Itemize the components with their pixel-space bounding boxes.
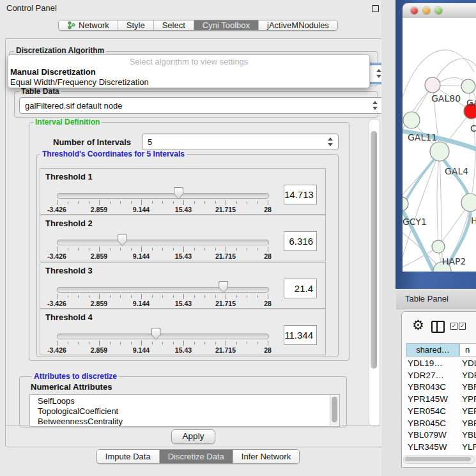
network-node-gal11[interactable] xyxy=(403,112,420,128)
table-data-combobox[interactable]: galFiltered.sif default node xyxy=(19,97,383,114)
tab-cyni-toolbox[interactable]: Cyni Toolbox xyxy=(194,20,259,30)
table-row[interactable]: YBL079WYBL0 xyxy=(402,429,476,441)
tick xyxy=(78,295,79,298)
tick xyxy=(89,295,89,298)
close-traffic-light-icon[interactable] xyxy=(411,7,418,14)
table-row[interactable]: YBR045CYBR0 xyxy=(402,418,476,430)
zoom-traffic-light-icon[interactable] xyxy=(435,7,442,14)
slider-ticks xyxy=(57,341,268,346)
table-row[interactable]: YDL19…YDL1 xyxy=(402,358,476,370)
table-row[interactable]: YER054CYER0 xyxy=(402,406,476,418)
network-node-h[interactable] xyxy=(461,194,476,211)
tick xyxy=(120,201,121,204)
tick-label: -3.426 xyxy=(47,300,66,307)
tick xyxy=(131,248,132,250)
network-node-hap2[interactable] xyxy=(432,240,445,253)
tick xyxy=(215,201,216,204)
threshold-value-field[interactable]: 14.713 xyxy=(284,185,317,204)
tick xyxy=(183,200,184,205)
threshold-slider-track[interactable] xyxy=(57,240,269,245)
threshold-value-field[interactable]: 21.4 xyxy=(284,279,317,298)
node-label: GCY1 xyxy=(403,217,427,227)
attribute-list-item[interactable]: TopologicalCoefficient xyxy=(30,406,339,417)
tick xyxy=(247,248,247,250)
checkbox-icon[interactable]: ✓ xyxy=(459,323,466,330)
cell-name: YBR0 xyxy=(462,382,476,392)
cell-shared-name: YER054C xyxy=(408,406,446,416)
tab-style[interactable]: Style xyxy=(118,20,154,30)
num-intervals-combobox[interactable]: 5 xyxy=(142,134,339,150)
table-hscrollbar-thumb[interactable] xyxy=(405,457,471,461)
attribute-list-item[interactable]: BetweennessCentrality xyxy=(30,417,339,427)
network-canvas[interactable]: GAL80GACGAL11GAL4GCY1HHAP2 xyxy=(403,18,476,272)
table-row[interactable]: YBR043CYBR0 xyxy=(402,381,476,394)
threshold-label: Threshold 2 xyxy=(45,219,93,228)
tick xyxy=(78,201,79,204)
table-row[interactable]: YLR345WYLR3 xyxy=(402,441,476,454)
tick xyxy=(183,294,184,299)
column-header-name[interactable]: n xyxy=(459,343,476,357)
bottom-tab-discretize-data[interactable]: Discretize Data xyxy=(160,450,233,463)
tick xyxy=(141,247,142,252)
tick-label: 2.859 xyxy=(91,300,107,307)
tick xyxy=(110,201,111,204)
threshold-slider-track[interactable] xyxy=(57,193,269,199)
tab-label: jActiveMNodules xyxy=(267,20,329,30)
tick xyxy=(204,201,205,204)
node-label: HAP2 xyxy=(442,256,466,266)
network-window-titlebar[interactable] xyxy=(403,3,476,19)
apply-button[interactable]: Apply xyxy=(171,429,215,444)
checkbox-icon[interactable]: ✓ xyxy=(450,323,457,330)
tick xyxy=(268,294,268,299)
attribute-list-item[interactable]: SelfLoops xyxy=(30,396,339,406)
numerical-attributes-list[interactable]: SelfLoopsTopologicalCoefficientBetweenne… xyxy=(29,394,340,427)
tick-label: 2.859 xyxy=(91,206,107,213)
threshold-value-field[interactable]: 11.344 xyxy=(284,325,317,345)
node-label: GAL4 xyxy=(445,166,468,176)
table-hscrollbar[interactable] xyxy=(403,456,475,464)
dropdown-hint-item[interactable]: Select algorithm to view settings xyxy=(8,57,369,66)
dropdown-item[interactable]: Equal Width/Frequency Discretization xyxy=(8,77,369,87)
tab-select[interactable]: Select xyxy=(154,20,194,30)
tick xyxy=(78,248,79,250)
threshold-slider-track[interactable] xyxy=(57,287,269,293)
tick xyxy=(68,248,68,250)
tick-label: 15.43 xyxy=(175,300,192,307)
bottom-tab-infer-network[interactable]: Infer Network xyxy=(233,450,299,463)
table-row[interactable]: YPR145WYPR1 xyxy=(402,394,476,406)
tick xyxy=(68,295,68,298)
thresholds-group-title: Threshold's Coordinates for 5 Intervals xyxy=(40,150,187,158)
network-node-gal4[interactable] xyxy=(430,142,449,161)
dropdown-item[interactable]: Manual Discretization xyxy=(8,66,369,77)
bottom-tab-label: Discretize Data xyxy=(168,452,224,461)
tick xyxy=(194,248,195,250)
bottom-tab-impute-data[interactable]: Impute Data xyxy=(97,450,160,463)
split-view-icon[interactable] xyxy=(431,321,445,333)
attributes-list-scrollbar-thumb[interactable] xyxy=(332,397,337,422)
tick xyxy=(152,201,153,204)
cell-shared-name: YDR27… xyxy=(408,371,444,380)
tab-jactivemnodules[interactable]: jActiveMNodules xyxy=(259,20,337,30)
column-header-shared-name[interactable]: shared… xyxy=(406,343,459,357)
threshold-slider-track[interactable] xyxy=(57,334,269,339)
minimize-traffic-light-icon[interactable] xyxy=(423,7,430,14)
tab-network[interactable]: Network xyxy=(59,20,118,30)
tick xyxy=(152,342,153,344)
network-node-gal80[interactable] xyxy=(425,77,440,93)
threshold-value-field[interactable]: 6.316 xyxy=(284,231,317,251)
tick xyxy=(226,200,226,205)
tick xyxy=(173,295,174,298)
gear-icon[interactable]: ⚙ xyxy=(412,319,424,332)
settings-scrollbar[interactable] xyxy=(369,119,380,427)
tick xyxy=(141,294,142,299)
tick-label: -3.426 xyxy=(47,252,66,260)
node-label: C xyxy=(470,123,476,134)
attributes-list-scrollbar[interactable] xyxy=(330,395,339,426)
tick xyxy=(268,247,268,252)
table-row[interactable]: YIL052CYIL0 xyxy=(402,454,476,455)
table-row[interactable]: YDR27…YDR2 xyxy=(402,370,476,382)
settings-scrollbar-thumb[interactable] xyxy=(371,131,377,369)
network-node-ga[interactable] xyxy=(461,79,475,93)
float-window-icon[interactable] xyxy=(372,5,379,12)
tick xyxy=(215,342,216,344)
